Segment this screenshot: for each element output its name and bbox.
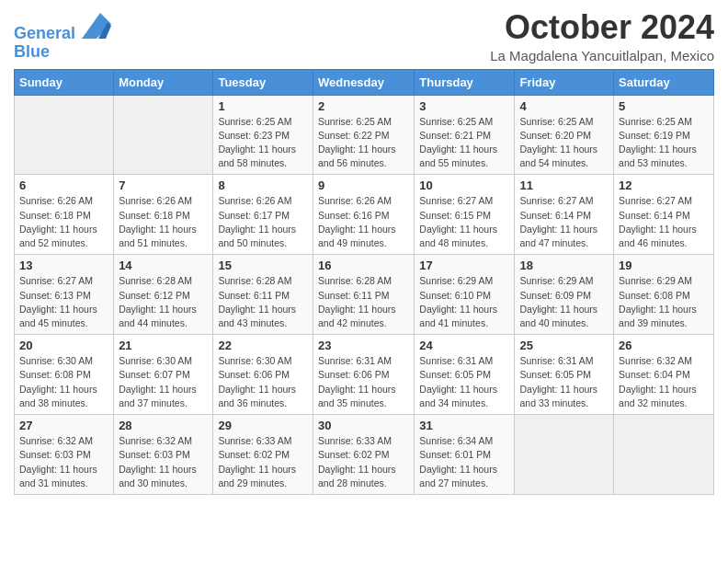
day-info: Sunrise: 6:29 AMSunset: 6:08 PMDaylight:… — [619, 274, 709, 330]
day-number: 17 — [419, 259, 509, 272]
day-number: 28 — [119, 419, 208, 432]
day-number: 22 — [218, 339, 308, 352]
calendar-cell: 11Sunrise: 6:27 AMSunset: 6:14 PMDayligh… — [515, 175, 614, 255]
calendar-cell: 8Sunrise: 6:26 AMSunset: 6:17 PMDaylight… — [213, 175, 313, 255]
calendar-cell: 21Sunrise: 6:30 AMSunset: 6:07 PMDayligh… — [114, 335, 213, 415]
calendar-cell: 17Sunrise: 6:29 AMSunset: 6:10 PMDayligh… — [415, 255, 515, 335]
day-number: 13 — [19, 259, 108, 272]
day-number: 3 — [419, 99, 509, 113]
day-number: 29 — [218, 419, 308, 432]
day-info: Sunrise: 6:28 AMSunset: 6:12 PMDaylight:… — [119, 274, 208, 330]
calendar-cell: 3Sunrise: 6:25 AMSunset: 6:21 PMDaylight… — [415, 95, 515, 175]
logo-blue: Blue — [14, 43, 111, 62]
day-info: Sunrise: 6:27 AMSunset: 6:15 PMDaylight:… — [419, 194, 509, 250]
calendar-cell: 10Sunrise: 6:27 AMSunset: 6:15 PMDayligh… — [415, 175, 515, 255]
calendar-table: SundayMondayTuesdayWednesdayThursdayFrid… — [14, 69, 714, 495]
day-number: 27 — [19, 419, 108, 432]
logo-general: General — [14, 24, 75, 42]
day-number: 31 — [419, 419, 509, 432]
logo-icon — [82, 13, 111, 39]
day-info: Sunrise: 6:28 AMSunset: 6:11 PMDaylight:… — [318, 274, 409, 330]
calendar-cell: 23Sunrise: 6:31 AMSunset: 6:06 PMDayligh… — [313, 335, 414, 415]
calendar-cell: 4Sunrise: 6:25 AMSunset: 6:20 PMDaylight… — [515, 95, 614, 175]
day-info: Sunrise: 6:26 AMSunset: 6:16 PMDaylight:… — [318, 194, 409, 250]
day-info: Sunrise: 6:29 AMSunset: 6:10 PMDaylight:… — [419, 274, 509, 330]
day-info: Sunrise: 6:27 AMSunset: 6:13 PMDaylight:… — [19, 274, 108, 330]
calendar-cell: 12Sunrise: 6:27 AMSunset: 6:14 PMDayligh… — [614, 175, 714, 255]
day-info: Sunrise: 6:33 AMSunset: 6:02 PMDaylight:… — [218, 434, 308, 490]
calendar-cell: 22Sunrise: 6:30 AMSunset: 6:06 PMDayligh… — [213, 335, 313, 415]
day-number: 19 — [619, 259, 709, 272]
calendar-cell: 9Sunrise: 6:26 AMSunset: 6:16 PMDaylight… — [313, 175, 414, 255]
calendar-cell — [15, 95, 114, 175]
page-header: General Blue October 2024 La Magdalena Y… — [14, 9, 714, 63]
day-info: Sunrise: 6:32 AMSunset: 6:03 PMDaylight:… — [19, 434, 108, 490]
day-number: 8 — [218, 178, 308, 192]
day-number: 9 — [318, 178, 409, 192]
day-number: 21 — [119, 339, 208, 352]
logo: General Blue — [14, 13, 111, 62]
calendar-cell: 20Sunrise: 6:30 AMSunset: 6:08 PMDayligh… — [15, 335, 114, 415]
day-info: Sunrise: 6:32 AMSunset: 6:03 PMDaylight:… — [119, 434, 208, 490]
day-info: Sunrise: 6:25 AMSunset: 6:23 PMDaylight:… — [218, 115, 308, 171]
calendar-cell: 26Sunrise: 6:32 AMSunset: 6:04 PMDayligh… — [614, 335, 714, 415]
header-sunday: Sunday — [15, 69, 114, 95]
day-number: 18 — [519, 259, 609, 272]
calendar-cell: 24Sunrise: 6:31 AMSunset: 6:05 PMDayligh… — [415, 335, 515, 415]
location-title: La Magdalena Yancuitlalpan, Mexico — [490, 48, 714, 63]
header-monday: Monday — [114, 69, 213, 95]
day-info: Sunrise: 6:28 AMSunset: 6:11 PMDaylight:… — [218, 274, 308, 330]
day-number: 2 — [318, 99, 409, 113]
calendar-cell: 6Sunrise: 6:26 AMSunset: 6:18 PMDaylight… — [15, 175, 114, 255]
day-info: Sunrise: 6:25 AMSunset: 6:20 PMDaylight:… — [519, 115, 609, 171]
month-title: October 2024 — [490, 9, 714, 46]
calendar-week-5: 27Sunrise: 6:32 AMSunset: 6:03 PMDayligh… — [15, 415, 714, 495]
calendar-week-2: 6Sunrise: 6:26 AMSunset: 6:18 PMDaylight… — [15, 175, 714, 255]
day-info: Sunrise: 6:31 AMSunset: 6:06 PMDaylight:… — [318, 354, 409, 410]
day-info: Sunrise: 6:33 AMSunset: 6:02 PMDaylight:… — [318, 434, 409, 490]
header-saturday: Saturday — [614, 69, 714, 95]
day-info: Sunrise: 6:30 AMSunset: 6:08 PMDaylight:… — [19, 354, 108, 410]
calendar-cell — [114, 95, 213, 175]
day-number: 14 — [119, 259, 208, 272]
calendar-header-row: SundayMondayTuesdayWednesdayThursdayFrid… — [15, 69, 714, 95]
calendar-cell — [614, 415, 714, 495]
day-number: 16 — [318, 259, 409, 272]
calendar-cell: 13Sunrise: 6:27 AMSunset: 6:13 PMDayligh… — [15, 255, 114, 335]
day-info: Sunrise: 6:26 AMSunset: 6:17 PMDaylight:… — [218, 194, 308, 250]
day-number: 4 — [519, 99, 609, 113]
calendar-cell: 27Sunrise: 6:32 AMSunset: 6:03 PMDayligh… — [15, 415, 114, 495]
day-info: Sunrise: 6:34 AMSunset: 6:01 PMDaylight:… — [419, 434, 509, 490]
day-number: 10 — [419, 178, 509, 192]
day-number: 20 — [19, 339, 108, 352]
header-tuesday: Tuesday — [213, 69, 313, 95]
calendar-cell: 1Sunrise: 6:25 AMSunset: 6:23 PMDaylight… — [213, 95, 313, 175]
day-number: 11 — [519, 178, 609, 192]
day-info: Sunrise: 6:26 AMSunset: 6:18 PMDaylight:… — [119, 194, 208, 250]
calendar-cell: 2Sunrise: 6:25 AMSunset: 6:22 PMDaylight… — [313, 95, 414, 175]
calendar-cell: 5Sunrise: 6:25 AMSunset: 6:19 PMDaylight… — [614, 95, 714, 175]
calendar-cell: 25Sunrise: 6:31 AMSunset: 6:05 PMDayligh… — [515, 335, 614, 415]
day-number: 12 — [619, 178, 709, 192]
day-number: 25 — [519, 339, 609, 352]
calendar-cell — [515, 415, 614, 495]
day-info: Sunrise: 6:30 AMSunset: 6:06 PMDaylight:… — [218, 354, 308, 410]
calendar-cell: 16Sunrise: 6:28 AMSunset: 6:11 PMDayligh… — [313, 255, 414, 335]
title-section: October 2024 La Magdalena Yancuitlalpan,… — [490, 9, 714, 63]
calendar-cell: 19Sunrise: 6:29 AMSunset: 6:08 PMDayligh… — [614, 255, 714, 335]
calendar-week-1: 1Sunrise: 6:25 AMSunset: 6:23 PMDaylight… — [15, 95, 714, 175]
day-info: Sunrise: 6:25 AMSunset: 6:22 PMDaylight:… — [318, 115, 409, 171]
day-info: Sunrise: 6:32 AMSunset: 6:04 PMDaylight:… — [619, 354, 709, 410]
calendar-cell: 14Sunrise: 6:28 AMSunset: 6:12 PMDayligh… — [114, 255, 213, 335]
calendar-cell: 29Sunrise: 6:33 AMSunset: 6:02 PMDayligh… — [213, 415, 313, 495]
calendar-cell: 15Sunrise: 6:28 AMSunset: 6:11 PMDayligh… — [213, 255, 313, 335]
day-number: 30 — [318, 419, 409, 432]
day-number: 23 — [318, 339, 409, 352]
day-info: Sunrise: 6:25 AMSunset: 6:21 PMDaylight:… — [419, 115, 509, 171]
calendar-cell: 28Sunrise: 6:32 AMSunset: 6:03 PMDayligh… — [114, 415, 213, 495]
day-number: 24 — [419, 339, 509, 352]
day-number: 5 — [619, 99, 709, 113]
calendar-cell: 18Sunrise: 6:29 AMSunset: 6:09 PMDayligh… — [515, 255, 614, 335]
day-number: 26 — [619, 339, 709, 352]
day-info: Sunrise: 6:25 AMSunset: 6:19 PMDaylight:… — [619, 115, 709, 171]
